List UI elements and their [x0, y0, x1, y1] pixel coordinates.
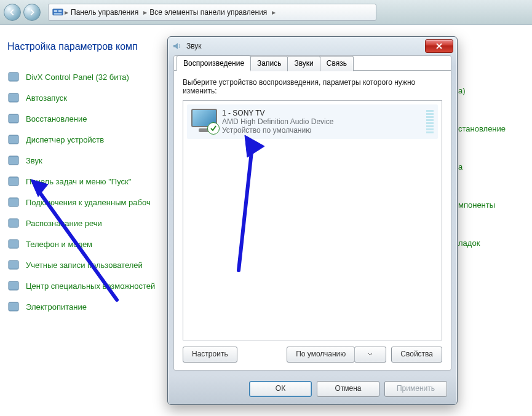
partial-item-label: а: [458, 162, 506, 171]
device-list[interactable]: 1 - SONY TV AMD High Definition Audio De…: [183, 100, 442, 340]
chevron-right-icon: ▸: [143, 8, 147, 17]
device-status: Устройство по умолчанию: [222, 126, 333, 135]
svg-rect-6: [9, 114, 18, 123]
cancel-button[interactable]: Отмена: [317, 381, 379, 397]
item-label: Автозапуск: [26, 93, 67, 103]
item-icon: [7, 196, 20, 208]
svg-rect-12: [9, 240, 18, 248]
svg-rect-2: [58, 10, 62, 12]
svg-rect-4: [9, 73, 18, 81]
item-label: Учетные записи пользователей: [26, 261, 143, 270]
item-icon: [7, 175, 20, 187]
signal-level-icon: [426, 109, 434, 133]
dialog-titlebar[interactable]: Звук: [168, 37, 457, 55]
device-info: 1 - SONY TV AMD High Definition Audio De…: [222, 109, 333, 135]
item-label: Панель задач и меню "Пуск": [26, 177, 131, 186]
item-icon: [7, 154, 20, 167]
tab-sounds[interactable]: Звуки: [287, 56, 320, 71]
instructions-text: Выберите устройство воспроизведения, пар…: [183, 78, 442, 95]
svg-rect-1: [54, 10, 57, 12]
item-icon: [7, 133, 20, 146]
breadcrumb[interactable]: ▸ Панель управления ▸ Все элементы панел…: [48, 4, 376, 21]
tabs: ВоспроизведениеЗаписьЗвукиСвязь: [177, 55, 451, 71]
item-label: Звук: [26, 156, 42, 165]
chevron-right-icon: ▸: [65, 8, 68, 17]
item-icon: [7, 92, 20, 104]
partial-item-label: мпоненты: [458, 200, 506, 210]
monitor-icon: [191, 109, 217, 132]
sound-icon: [172, 41, 183, 52]
arrow-right-icon: [28, 8, 36, 17]
svg-rect-8: [9, 156, 18, 165]
set-default-splitbutton[interactable]: По умолчанию: [287, 347, 386, 363]
dialog-body: ВоспроизведениеЗаписьЗвукиСвязь Выберите…: [173, 55, 451, 371]
ok-button[interactable]: ОК: [249, 381, 312, 397]
tab-record[interactable]: Запись: [250, 56, 288, 71]
item-icon: [7, 112, 20, 125]
svg-rect-13: [9, 261, 18, 269]
sound-dialog: Звук ВоспроизведениеЗаписьЗвукиСвязь Выб…: [167, 36, 458, 405]
device-driver: AMD High Definition Audio Device: [222, 117, 333, 126]
tab-playback-panel: Выберите устройство воспроизведения, пар…: [174, 70, 451, 370]
tab-communications[interactable]: Связь: [320, 56, 354, 71]
tab-playback[interactable]: Воспроизведение: [177, 55, 251, 71]
svg-rect-3: [54, 13, 62, 15]
close-button[interactable]: [425, 39, 453, 53]
chevron-right-icon: ▸: [272, 8, 276, 17]
control-panel-icon: [52, 7, 63, 17]
item-icon: [7, 300, 20, 313]
partial-item-label: ладок: [458, 238, 506, 248]
item-icon: [7, 238, 20, 250]
device-actions: Настроить По умолчанию Свойства: [183, 347, 442, 363]
item-icon: [7, 280, 20, 292]
item-icon: [7, 259, 20, 271]
breadcrumb-level1[interactable]: Панель управления: [69, 5, 142, 20]
arrow-left-icon: [8, 8, 17, 17]
svg-rect-11: [9, 219, 18, 227]
checkmark-icon: [207, 122, 220, 135]
item-label: Телефон и модем: [26, 240, 92, 249]
item-label: Подключения к удаленным рабоч: [26, 198, 151, 207]
item-label: Распознавание речи: [26, 219, 102, 228]
properties-button[interactable]: Свойства: [391, 347, 442, 363]
chevron-down-icon: [368, 353, 373, 356]
svg-rect-5: [9, 93, 18, 102]
item-icon: [7, 71, 20, 83]
item-label: DivX Control Panel (32 бита): [26, 73, 129, 82]
set-default-dropdown[interactable]: [354, 347, 386, 363]
svg-rect-9: [9, 177, 18, 186]
dialog-footer: ОК Отмена Применить: [168, 376, 457, 404]
item-label: Диспетчер устройств: [26, 135, 104, 144]
item-label: Восстановление: [26, 114, 87, 124]
item-label: Электропитание: [26, 302, 87, 312]
svg-rect-10: [9, 198, 18, 206]
device-name: 1 - SONY TV: [222, 109, 333, 117]
forward-button[interactable]: [23, 4, 41, 21]
partial-item-label: становление: [458, 124, 506, 133]
item-label: Центр специальных возможностей: [26, 281, 155, 291]
breadcrumb-level2[interactable]: Все элементы панели управления: [148, 5, 271, 20]
back-button[interactable]: [4, 4, 21, 21]
right-column-peek: а)становлениеампонентыладок: [458, 86, 506, 248]
set-default-button[interactable]: По умолчанию: [287, 347, 355, 363]
svg-rect-7: [9, 135, 18, 144]
svg-rect-15: [9, 302, 18, 311]
partial-item-label: а): [458, 86, 506, 95]
item-icon: [7, 217, 20, 229]
explorer-toolbar: ▸ Панель управления ▸ Все элементы панел…: [0, 0, 532, 25]
apply-button[interactable]: Применить: [384, 381, 447, 397]
configure-button[interactable]: Настроить: [183, 347, 237, 363]
device-item[interactable]: 1 - SONY TV AMD High Definition Audio De…: [187, 104, 438, 139]
dialog-title: Звук: [186, 42, 202, 50]
svg-rect-14: [9, 281, 18, 290]
close-icon: [435, 42, 443, 50]
